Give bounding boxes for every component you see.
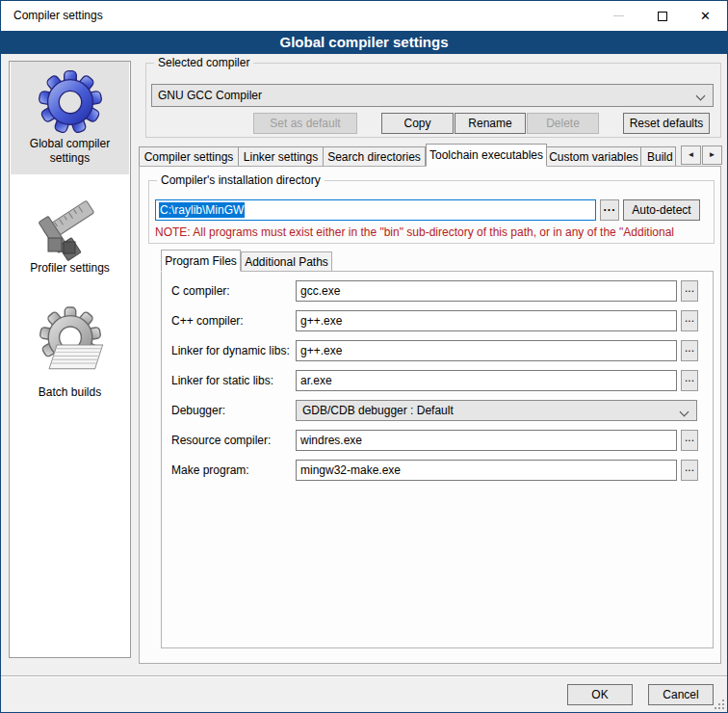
program-files-page: C compiler: ... C++ compiler: ... Linker…: [161, 271, 714, 648]
tab-linker-settings[interactable]: Linker settings: [239, 146, 324, 167]
make-program-browse-button[interactable]: ...: [681, 460, 698, 481]
sidebar-item-batch-builds[interactable]: Batch builds: [11, 301, 129, 426]
tab-search-directories[interactable]: Search directories: [324, 146, 426, 167]
tab-toolchain-executables[interactable]: Toolchain executables: [426, 144, 547, 167]
make-program-input[interactable]: [296, 460, 677, 481]
dynamic-linker-browse-button[interactable]: ...: [681, 340, 698, 361]
maximize-button[interactable]: [640, 1, 684, 31]
debugger-select-value: GDB/CDB debugger : Default: [302, 404, 454, 417]
close-button[interactable]: ✕: [684, 1, 727, 31]
maximize-icon: [658, 12, 667, 21]
static-linker-input[interactable]: [296, 370, 677, 391]
tab-custom-variables[interactable]: Custom variables: [547, 146, 641, 167]
debugger-select[interactable]: GDB/CDB debugger : Default: [296, 400, 697, 421]
bin-subdirectory-note: NOTE: All programs must exist either in …: [155, 225, 712, 239]
tab-build-options-clipped[interactable]: Build: [641, 146, 676, 167]
compiler-select-value: GNU GCC Compiler: [158, 89, 262, 102]
subtab-program-files[interactable]: Program Files: [161, 250, 241, 272]
resource-compiler-browse-button[interactable]: ...: [681, 430, 698, 451]
tab-scroll-left-button[interactable]: ◄: [681, 145, 701, 165]
browse-directory-button[interactable]: ...: [600, 199, 619, 221]
sidebar-item-global-compiler-settings[interactable]: Global compiler settings: [11, 62, 129, 174]
group-label: Compiler's installation directory: [157, 173, 325, 188]
field-label: Debugger:: [171, 404, 225, 418]
sidebar-label: settings: [11, 151, 129, 166]
cancel-button[interactable]: Cancel: [648, 684, 714, 705]
ok-button[interactable]: OK: [567, 684, 633, 705]
titlebar[interactable]: Compiler settings ✕: [1, 1, 727, 31]
tab-scroll-right-button[interactable]: ►: [702, 145, 722, 165]
grey-gear-stack-icon: [11, 304, 129, 385]
resize-grip-icon[interactable]: [715, 700, 724, 709]
close-icon: ✕: [700, 9, 711, 23]
reset-defaults-button[interactable]: Reset defaults: [623, 113, 710, 134]
tab-compiler-settings[interactable]: Compiler settings: [139, 146, 239, 167]
field-label: Make program:: [171, 463, 249, 478]
selected-text: C:\raylib\MinGW: [159, 202, 245, 218]
sidebar-label: Profiler settings: [11, 261, 129, 276]
settings-tabstrip: Compiler settings Linker settings Search…: [139, 144, 680, 167]
compiler-settings-dialog: Compiler settings ✕ Global compiler sett…: [0, 0, 728, 713]
sidebar-item-profiler-settings[interactable]: Profiler settings: [11, 182, 129, 298]
field-label: C++ compiler:: [171, 314, 244, 329]
sidebar-label: Batch builds: [11, 385, 129, 400]
field-label: Resource compiler:: [171, 434, 271, 448]
minimize-button: [597, 1, 640, 31]
sidebar-label: Global compiler: [11, 137, 129, 151]
field-label: Linker for dynamic libs:: [171, 344, 290, 358]
field-label: C compiler:: [171, 284, 230, 299]
settings-category-list: Global compiler settings Profiler settin…: [9, 61, 131, 658]
set-as-default-button: Set as default: [253, 113, 357, 134]
delete-button: Delete: [527, 113, 599, 134]
caliper-icon: [11, 186, 129, 261]
dialog-banner: Global compiler settings: [1, 31, 727, 54]
cpp-compiler-browse-button[interactable]: ...: [681, 310, 698, 331]
resource-compiler-input[interactable]: [296, 430, 677, 451]
window-title: Compiler settings: [13, 1, 103, 31]
footer-separator: [1, 675, 728, 677]
dynamic-linker-input[interactable]: [296, 340, 677, 361]
chevron-down-icon: [680, 408, 689, 417]
copy-button[interactable]: Copy: [381, 113, 454, 134]
installation-directory-input[interactable]: C:\raylib\MinGW: [155, 199, 596, 221]
field-label: Linker for static libs:: [171, 374, 273, 388]
rename-button[interactable]: Rename: [455, 113, 526, 134]
c-compiler-browse-button[interactable]: ...: [681, 280, 698, 302]
minimize-icon: [613, 15, 624, 16]
cpp-compiler-input[interactable]: [296, 310, 677, 331]
compiler-select[interactable]: GNU GCC Compiler: [151, 84, 714, 107]
static-linker-browse-button[interactable]: ...: [681, 370, 698, 391]
group-label: Selected compiler: [154, 56, 253, 70]
c-compiler-input[interactable]: [296, 280, 677, 302]
blue-gear-icon: [11, 67, 129, 137]
subtab-additional-paths[interactable]: Additional Paths: [241, 251, 332, 272]
chevron-down-icon: [696, 92, 706, 101]
auto-detect-button[interactable]: Auto-detect: [623, 199, 700, 221]
